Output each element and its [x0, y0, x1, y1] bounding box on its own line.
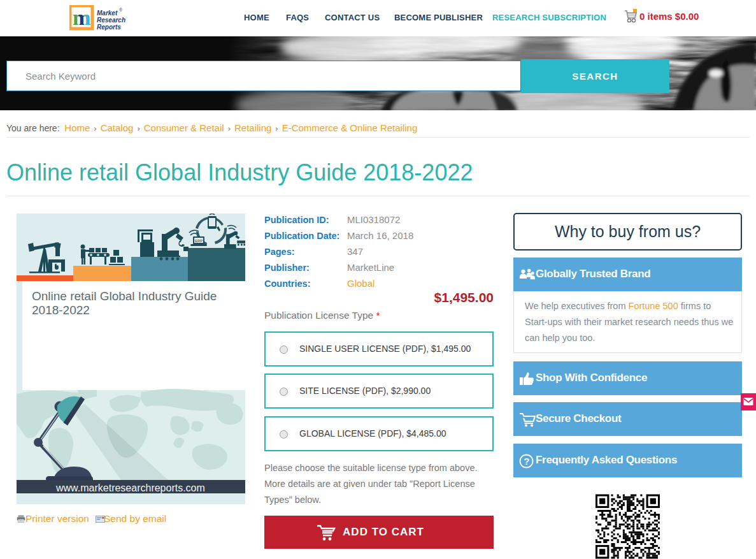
svg-text:Online retail Global Industry: Online retail Global Industry Guide: [32, 289, 217, 303]
svg-text:Research: Research: [97, 17, 125, 24]
svg-text:?: ?: [524, 456, 529, 467]
svg-text:2018-2022: 2018-2022: [32, 303, 90, 317]
svg-text:Reports: Reports: [97, 24, 121, 31]
svg-text:Market: Market: [97, 10, 118, 17]
svg-text:ERP: ERP: [195, 239, 203, 243]
svg-text:®: ®: [119, 8, 123, 12]
svg-text:www.marketresearchreports.com: www.marketresearchreports.com: [55, 483, 205, 493]
